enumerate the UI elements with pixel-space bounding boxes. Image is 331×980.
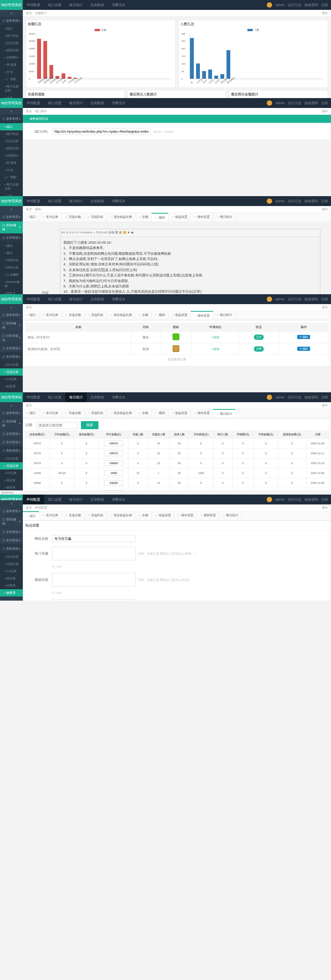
sidebar-item[interactable]: • 端口 bbox=[0, 25, 23, 32]
tab[interactable]: 每日统计 bbox=[219, 511, 242, 520]
amount-cell-input[interactable] bbox=[104, 470, 123, 476]
sidebar-item[interactable]: • 分 红 bbox=[0, 68, 23, 76]
tab[interactable]: 充值金额 bbox=[62, 311, 84, 320]
nav-item[interactable]: 端口设置 bbox=[44, 0, 65, 10]
sidebar-section[interactable]: ▢ 添加/编辑▾ bbox=[0, 221, 23, 234]
site-name-input[interactable] bbox=[52, 535, 136, 542]
nav-item[interactable]: 申转配置 bbox=[23, 0, 44, 10]
sidebar-section[interactable]: ▢ 系统管理▾ bbox=[0, 545, 23, 553]
sidebar-item[interactable]: • 支付设置 bbox=[0, 455, 23, 462]
sidebar-item[interactable]: • 人员编辑 bbox=[0, 271, 23, 278]
edit-button[interactable]: ✎ 编辑 bbox=[297, 347, 310, 351]
sidebar-item[interactable]: • 支付记录 bbox=[0, 40, 23, 47]
sidebar-item[interactable]: • 提现代理 bbox=[0, 47, 23, 54]
tab[interactable]: 支付记录 bbox=[39, 311, 62, 320]
sidebar-item[interactable]: • 充值记录 bbox=[0, 560, 23, 568]
sidebar-item[interactable]: • 每万元提兑明 bbox=[0, 83, 23, 94]
tab[interactable]: 每日统计 bbox=[213, 311, 236, 320]
tab[interactable]: 混合收益比例 bbox=[107, 409, 135, 418]
add-link[interactable]: +添加 bbox=[211, 347, 219, 351]
sidebar-section[interactable]: ▢ 文章管理▾ bbox=[0, 528, 23, 536]
sidebar-section[interactable]: ▢ 基本管理▾ bbox=[0, 17, 23, 25]
pwd-link[interactable]: 修改密码 bbox=[304, 3, 318, 8]
tab[interactable]: 每日统计 bbox=[213, 213, 236, 222]
tab[interactable]: 每日统计 bbox=[213, 409, 236, 418]
tab[interactable]: 充值列表 bbox=[84, 409, 107, 418]
sidebar-item[interactable]: • FO记录 bbox=[0, 568, 23, 575]
hot-textarea[interactable] bbox=[52, 547, 136, 560]
editor-toolbar[interactable]: B I U S ≡ ≡ ≡ ≡ A ▾ A ▾ — ¶ H1 H2 表格 图 超… bbox=[60, 229, 320, 237]
url-input[interactable] bbox=[52, 128, 151, 135]
sidebar-item[interactable]: • 厂 管配 bbox=[0, 174, 23, 181]
tab[interactable]: 充值金额 bbox=[62, 409, 84, 418]
sidebar-item[interactable]: • Banner编辑 bbox=[0, 278, 23, 290]
sidebar-item[interactable]: • 厂 管配 bbox=[0, 76, 23, 83]
tab[interactable]: 充值金额 bbox=[62, 511, 84, 520]
sidebar-item[interactable]: • 每万元提兑明 bbox=[0, 181, 23, 192]
sidebar-item[interactable]: • 代理系 bbox=[0, 582, 23, 589]
tab[interactable]: 操作设置 bbox=[191, 409, 213, 418]
sidebar-section[interactable]: ▢ 文章管理▾ bbox=[0, 234, 23, 242]
tab[interactable]: 支付记录 bbox=[39, 511, 62, 520]
tab[interactable]: 收益设置 bbox=[168, 409, 191, 418]
sidebar-item[interactable]: • 滚动公告 bbox=[0, 264, 23, 271]
search-button[interactable]: 搜索 bbox=[81, 421, 99, 429]
tab[interactable]: 端口 bbox=[23, 311, 39, 320]
sidebar-item[interactable]: • 全部国IV bbox=[0, 152, 23, 159]
tab[interactable]: 操作设置 bbox=[191, 213, 213, 222]
tab[interactable]: 收益设置 bbox=[168, 213, 191, 222]
date-range-input[interactable] bbox=[36, 422, 78, 429]
avatar[interactable] bbox=[267, 2, 272, 8]
amount-cell-input[interactable] bbox=[104, 441, 123, 446]
sidebar-item[interactable]: • 审 提现 bbox=[0, 159, 23, 167]
sidebar-item[interactable]: • 分 红 bbox=[0, 167, 23, 174]
sidebar-item[interactable]: • 充值记录 bbox=[0, 368, 23, 375]
sidebar-section[interactable]: ▢ 文章管理▾ bbox=[0, 344, 23, 353]
sidebar-item[interactable]: • 支付设置 bbox=[0, 553, 23, 560]
sidebar-item[interactable]: • FO记录 bbox=[0, 375, 23, 383]
sidebar-section[interactable]: ▢ 基本管理▾ bbox=[0, 213, 23, 221]
add-link[interactable]: +添加 bbox=[211, 336, 219, 339]
tab[interactable]: 金额 bbox=[135, 511, 152, 520]
tab[interactable]: 操作设置 bbox=[191, 311, 213, 320]
sidebar-item[interactable]: • 端口 bbox=[0, 123, 23, 130]
sidebar-item[interactable]: • 支付记录 bbox=[0, 138, 23, 145]
kf-input[interactable] bbox=[52, 599, 136, 601]
tab[interactable]: 混合收益比例 bbox=[107, 213, 135, 222]
tab[interactable]: 操作设置 bbox=[174, 511, 197, 520]
sidebar-item[interactable]: • FO记录 bbox=[0, 469, 23, 477]
tab[interactable]: 充值列表 bbox=[84, 311, 107, 320]
sidebar-section[interactable]: ▢ 基本管理▾ bbox=[0, 409, 23, 417]
sidebar-section[interactable]: ▢ 支付管理▾ bbox=[0, 438, 23, 447]
sidebar-section[interactable]: ▢ 添加/编辑▾ bbox=[0, 319, 23, 332]
tab[interactable]: 规则 bbox=[152, 311, 168, 320]
logout-link[interactable]: 注销 bbox=[321, 3, 328, 8]
sidebar-item[interactable]: • 充值记录 bbox=[0, 462, 23, 469]
tab[interactable]: 端口 bbox=[23, 409, 39, 418]
tab[interactable]: 充值列表 bbox=[84, 213, 107, 222]
nav-item[interactable]: 消费流水 bbox=[108, 0, 129, 10]
sidebar-item[interactable]: • 全部国IV bbox=[0, 54, 23, 61]
sidebar-item[interactable]: • 线记录 bbox=[0, 575, 23, 582]
sidebar-item[interactable]: • 用户列表 bbox=[0, 130, 23, 138]
sidebar-item[interactable]: • 参数系 bbox=[0, 589, 23, 597]
sidebar-section[interactable]: ▢ 基本管理▾ bbox=[0, 115, 23, 123]
sidebar-section[interactable]: ▢ 文章管理▾ bbox=[0, 430, 23, 438]
sidebar-item[interactable]: • 提现代理 bbox=[0, 145, 23, 152]
sidebar-item[interactable]: • 奖家系 bbox=[0, 383, 23, 390]
amount-cell-input[interactable] bbox=[104, 460, 123, 466]
sidebar-item[interactable]: • 支付设置 bbox=[0, 361, 23, 368]
tab[interactable]: 混合收益比例 bbox=[107, 311, 135, 320]
sidebar-item[interactable]: • 显示 bbox=[0, 249, 23, 256]
tab[interactable]: 端口 bbox=[23, 511, 39, 520]
nav-item[interactable]: 每日统计 bbox=[65, 0, 87, 10]
amount-cell-input[interactable] bbox=[104, 480, 123, 486]
tab[interactable]: 充值金额 bbox=[62, 213, 84, 222]
tab[interactable]: 规则 bbox=[152, 213, 168, 222]
sidebar-section[interactable]: ▢ 基本管理▾ bbox=[0, 311, 23, 319]
tab[interactable]: 收益设置 bbox=[168, 311, 191, 320]
sidebar-section[interactable]: ▢ 基本管理▾ bbox=[0, 507, 23, 515]
sidebar-item[interactable]: • 内容列表 bbox=[0, 256, 23, 264]
desc-textarea[interactable] bbox=[52, 573, 136, 587]
tab[interactable]: 充值列表 bbox=[84, 511, 107, 520]
